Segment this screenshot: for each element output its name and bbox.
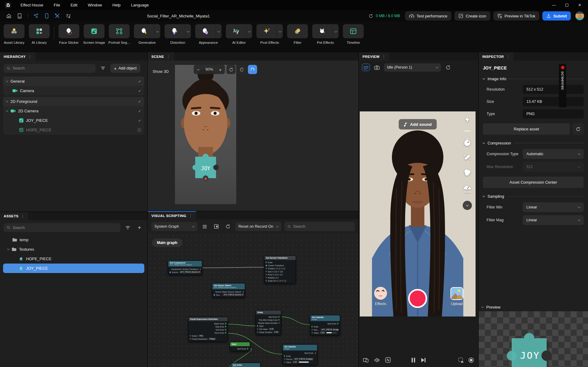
section-compression[interactable]: Compression bbox=[483, 141, 584, 145]
tool-asset-library[interactable]: Asset Library bbox=[4, 24, 25, 44]
menu-effect-house[interactable]: Effect House bbox=[15, 3, 48, 7]
generative-dropdown[interactable] bbox=[154, 24, 160, 38]
multi-device-icon[interactable] bbox=[363, 358, 369, 363]
fit-view-icon[interactable] bbox=[212, 222, 221, 231]
face-anchor-tool-button[interactable] bbox=[248, 65, 257, 74]
graph-search-input[interactable] bbox=[293, 224, 352, 229]
visibility-check-empty[interactable] bbox=[137, 128, 141, 132]
graph-node-set-color[interactable]: Set ColorImageNext ExecColorSourceJOY_PI… bbox=[231, 363, 260, 367]
tool-face-sticker[interactable]: Face Sticker bbox=[59, 24, 79, 44]
main-graph-breadcrumb[interactable]: Main graph bbox=[152, 238, 182, 247]
beautify-wand-icon[interactable] bbox=[463, 153, 471, 161]
section-sampling[interactable]: Sampling bbox=[483, 194, 584, 199]
graph-list-icon[interactable] bbox=[200, 222, 209, 231]
timer-icon[interactable] bbox=[463, 138, 471, 146]
speaker-icon[interactable] bbox=[374, 358, 380, 363]
hierarchy-group-general[interactable]: General✓ bbox=[3, 77, 144, 86]
camera-capture-icon[interactable] bbox=[373, 63, 381, 72]
reload-asset-button[interactable] bbox=[572, 123, 584, 135]
replace-asset-button[interactable]: Replace asset bbox=[483, 123, 570, 135]
record-button[interactable] bbox=[408, 289, 427, 308]
hierarchy-tab[interactable]: HIERARCHY⋮ bbox=[0, 52, 36, 61]
graph-node-set-screen-transform[interactable]: Set Screen TransformEnterScreen Transfor… bbox=[264, 256, 296, 284]
preview-menu-icon[interactable]: ⋮ bbox=[382, 54, 386, 59]
menu-edit[interactable]: Edit bbox=[65, 3, 82, 7]
hierarchy-item-joy-piece[interactable]: JOY_PIECE✓ bbox=[3, 116, 144, 125]
inspector-menu-icon[interactable]: ⋮ bbox=[506, 54, 510, 59]
pan-tool-button[interactable] bbox=[237, 65, 246, 74]
zoom-out-button[interactable]: − bbox=[194, 67, 203, 72]
tools-icon[interactable] bbox=[55, 13, 60, 19]
scene-viewport[interactable]: Show 3D − 90% + bbox=[148, 61, 358, 211]
tool-post-effects[interactable]: Post Effects bbox=[256, 24, 283, 44]
hierarchy-menu-icon[interactable]: ⋮ bbox=[28, 54, 32, 59]
step-forward-icon[interactable] bbox=[421, 358, 426, 363]
test-performance-button[interactable]: Test performance bbox=[405, 11, 451, 21]
graph-search[interactable] bbox=[284, 222, 355, 231]
section-image-info[interactable]: Image Info bbox=[483, 77, 584, 81]
inspector-tab[interactable]: INSPECTOR⋮ bbox=[479, 52, 514, 61]
asset-compression-center-button[interactable]: Asset Compression Center bbox=[483, 177, 584, 188]
hierarchy-item-hope-piece[interactable]: HOPE_PIECE bbox=[3, 125, 144, 135]
graph-node-get-scene-object[interactable]: Get Scene ObjectJOY_PIECE (Scene Object)… bbox=[212, 283, 245, 298]
preview-tab[interactable]: PREVIEW⋮ bbox=[359, 52, 389, 61]
menu-language[interactable]: Language bbox=[126, 3, 154, 7]
add-asset-icon[interactable]: + bbox=[135, 223, 144, 232]
asset-folder-temp[interactable]: temp bbox=[3, 235, 144, 245]
device-icon[interactable] bbox=[17, 13, 22, 19]
assets-tab[interactable]: ASSETS⋮ bbox=[0, 212, 28, 220]
show-3d-toggle[interactable]: Show 3D bbox=[153, 69, 169, 74]
graph-node-facial-expression-detection[interactable]: Facial Expression DetectionBegin ExecSta… bbox=[188, 317, 228, 342]
create-icon-button[interactable]: Create icon bbox=[454, 11, 490, 21]
menu-window[interactable]: Window bbox=[83, 3, 107, 7]
assets-search-input[interactable] bbox=[13, 226, 117, 230]
post-effects-dropdown[interactable] bbox=[277, 24, 283, 38]
screenrec-overlay[interactable]: screenrec bbox=[559, 64, 566, 107]
node-graph-canvas[interactable]: Main graph Get ComponentJOY_PIECE (Scene… bbox=[148, 234, 358, 367]
record-screen-icon[interactable] bbox=[468, 357, 474, 363]
menu-file[interactable]: File bbox=[48, 3, 65, 7]
asset-item-hope-piece[interactable]: HOPE_PIECE bbox=[3, 254, 144, 264]
menu-help[interactable]: Help bbox=[107, 3, 126, 7]
visibility-check[interactable]: ✓ bbox=[138, 99, 141, 104]
graph-node-get-opacity[interactable]: Get OpacityImageNext ExecEnterSourceJOY_… bbox=[310, 315, 340, 336]
performance-monitor-icon[interactable] bbox=[385, 357, 391, 363]
filters-icon[interactable] bbox=[463, 168, 471, 176]
assets-filter-icon[interactable] bbox=[123, 223, 132, 232]
camera-feed[interactable]: Add sound 0.5x Effects bbox=[360, 111, 476, 316]
distortion-dropdown[interactable] bbox=[185, 24, 191, 38]
person-select-dropdown[interactable]: Idle (Person 1) bbox=[384, 63, 441, 72]
visual-scripting-tab[interactable]: VISUAL SCRIPTING⋮ bbox=[148, 211, 196, 219]
hierarchy-item-2d-camera[interactable]: 2D Camera✓ bbox=[3, 106, 144, 116]
speed-icon[interactable]: 0.5x bbox=[463, 183, 472, 194]
ai-editor-dropdown[interactable] bbox=[246, 24, 252, 38]
compression-type-dropdown[interactable]: Automatic bbox=[523, 149, 584, 159]
graph-select-dropdown[interactable]: System Graph bbox=[151, 222, 197, 231]
preview-refresh-icon[interactable] bbox=[444, 63, 452, 72]
hierarchy-search-input[interactable] bbox=[13, 66, 93, 70]
music-settings-icon[interactable] bbox=[66, 13, 71, 19]
visibility-check[interactable]: ✓ bbox=[138, 109, 141, 113]
home-icon[interactable] bbox=[6, 13, 12, 19]
graph-node-get-component[interactable]: Get ComponentJOY_PIECE (Scene Object)Com… bbox=[168, 260, 202, 275]
scene-tab[interactable]: SCENE⋮ bbox=[148, 52, 174, 61]
assets-search[interactable] bbox=[4, 223, 120, 232]
scene-menu-icon[interactable]: ⋮ bbox=[167, 54, 170, 59]
close-button[interactable]: ✕ bbox=[575, 1, 585, 9]
video-preview-mode-icon[interactable] bbox=[362, 64, 370, 71]
node-graph-icon[interactable] bbox=[33, 13, 39, 19]
reset-mode-dropdown[interactable]: Reset on Record On bbox=[235, 222, 281, 231]
visibility-check[interactable]: ✓ bbox=[138, 118, 141, 123]
collapse-chevron-icon[interactable] bbox=[463, 201, 472, 210]
visual-scripting-menu-icon[interactable]: ⋮ bbox=[189, 214, 192, 218]
snip-capture-icon[interactable] bbox=[458, 357, 464, 363]
filter-mag-dropdown[interactable]: Linear bbox=[523, 215, 584, 225]
scene-canvas-device[interactable]: JOY bbox=[175, 65, 236, 204]
tool-generative[interactable]: Generative bbox=[134, 24, 160, 44]
add-object-button[interactable]: +Add object bbox=[110, 64, 140, 73]
effects-button[interactable]: Effects bbox=[374, 286, 387, 306]
visibility-check[interactable]: ✓ bbox=[138, 79, 141, 84]
pause-icon[interactable] bbox=[411, 358, 415, 363]
tool-ai-editor[interactable]: AI AI Editor bbox=[226, 24, 252, 44]
minimize-button[interactable]: — bbox=[549, 1, 559, 9]
